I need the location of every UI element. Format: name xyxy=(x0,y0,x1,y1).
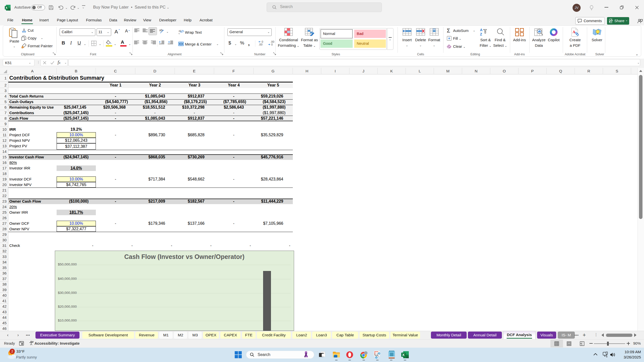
svg-text:0: 0 xyxy=(262,40,263,43)
svg-text:Z: Z xyxy=(480,32,482,36)
svg-text:c: c xyxy=(179,32,180,34)
svg-text:A: A xyxy=(480,28,482,32)
svg-text:X: X xyxy=(6,6,8,9)
svg-text:A: A xyxy=(573,30,575,34)
svg-text:.00: .00 xyxy=(259,43,262,46)
svg-text:0: 0 xyxy=(271,43,273,46)
svg-text:X: X xyxy=(402,353,405,357)
